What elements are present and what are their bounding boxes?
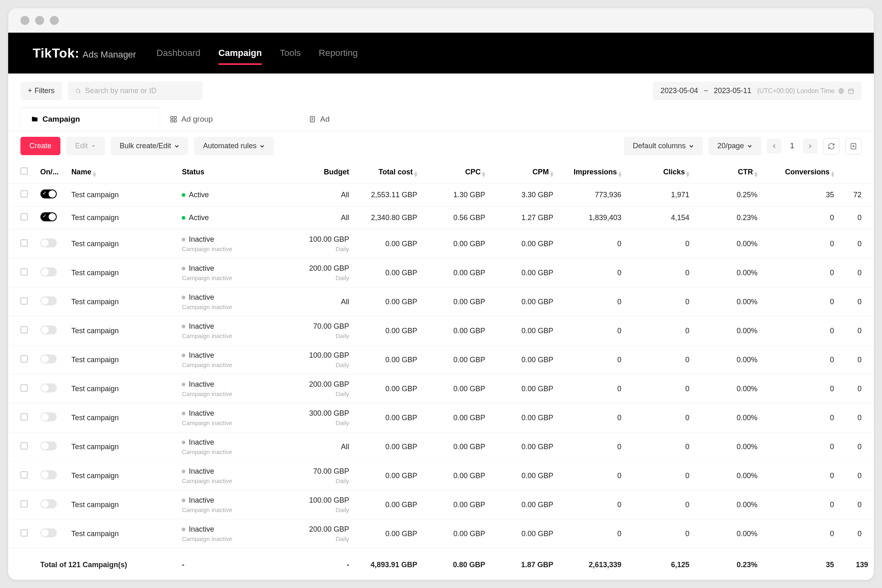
on-off-toggle[interactable] [40,441,57,450]
table-row[interactable]: Test campaignActiveAll2,340.80 GBP0.56 G… [8,207,874,229]
on-off-toggle[interactable] [40,189,57,198]
traffic-light-close-icon[interactable] [20,16,29,25]
conversions: 0 [763,316,840,345]
refresh-button[interactable] [823,138,840,154]
col-onoff[interactable]: On/... [35,161,66,184]
row-checkbox[interactable] [20,471,28,479]
traffic-light-maximize-icon[interactable] [50,16,59,25]
table-row[interactable]: Test campaignInactiveCampaign inactive70… [8,461,874,490]
level-tab-campaign[interactable]: Campaign [20,108,159,131]
export-icon [850,143,857,150]
table-row[interactable]: Test campaignInactiveCampaign inactive20… [8,519,874,548]
date-range-picker[interactable]: 2023-05-04 ~ 2023-05-11 (UTC+00:00) Lond… [653,82,862,100]
table-row[interactable]: Test campaignInactiveCampaign inactiveAl… [8,432,874,461]
export-button[interactable] [845,138,862,154]
col-cpm[interactable]: CPM▴▾ [491,161,559,184]
col-impressions[interactable]: Impressions▴▾ [559,161,627,184]
select-all-checkbox[interactable] [20,167,28,175]
campaign-table-wrap[interactable]: On/... Name▴▾ Status Budget Total cost▴▾… [8,161,874,577]
sort-icon: ▴▾ [755,171,757,177]
col-cpc[interactable]: CPC▴▾ [423,161,491,184]
row-checkbox[interactable] [20,239,28,247]
clicks: 0 [627,345,695,374]
on-off-toggle[interactable] [40,383,57,392]
budget-sub: Daily [336,477,349,484]
status-dot-icon [182,296,185,299]
row-checkbox[interactable] [20,190,28,198]
status-sub: Campaign inactive [182,448,272,455]
nav-item-campaign[interactable]: Campaign [218,43,262,63]
level-tab-ad-group[interactable]: Ad group [159,108,298,131]
row-checkbox[interactable] [20,529,28,537]
edit-button[interactable]: Edit [66,137,105,155]
on-off-toggle[interactable] [40,354,57,363]
last-col: 0 [840,432,874,461]
search-input[interactable] [85,87,195,95]
level-tab-ad[interactable]: Ad [298,108,437,131]
traffic-light-minimize-icon[interactable] [35,16,44,25]
row-checkbox[interactable] [20,213,28,220]
row-checkbox[interactable] [20,268,28,276]
table-row[interactable]: Test campaignInactiveCampaign inactive70… [8,316,874,345]
col-status[interactable]: Status [176,161,278,184]
row-checkbox[interactable] [20,384,28,392]
filters-button[interactable]: + Filters [20,82,62,100]
on-off-toggle[interactable] [40,296,57,305]
table-row[interactable]: Test campaignInactiveCampaign inactive20… [8,374,874,403]
total-cost: 0.00 GBP [355,403,423,432]
total-cost: 2,340.80 GBP [355,207,423,229]
row-checkbox[interactable] [20,413,28,421]
cpm: 0.00 GBP [491,258,559,287]
nav-item-tools[interactable]: Tools [280,43,301,63]
on-off-toggle[interactable] [40,499,57,508]
row-checkbox[interactable] [20,326,28,334]
row-checkbox[interactable] [20,355,28,363]
svg-rect-4 [849,89,853,94]
sort-icon: ▴▾ [414,171,417,177]
table-row[interactable]: Test campaignInactiveCampaign inactive10… [8,490,874,519]
automated-rules-button[interactable]: Automated rules [194,137,274,155]
row-checkbox[interactable] [20,500,28,508]
cpm: 0.00 GBP [491,490,559,519]
col-total-cost[interactable]: Total cost▴▾ [355,161,423,184]
table-row[interactable]: Test campaignInactiveCampaign inactiveAl… [8,287,874,316]
ctr: 0.00% [695,229,763,258]
sort-icon: ▴▾ [550,171,553,177]
on-off-toggle[interactable] [40,325,57,334]
ctr: 0.25% [695,184,763,207]
per-page-selector[interactable]: 20/page [708,137,761,155]
row-checkbox[interactable] [20,442,28,450]
summary-cpc: 0.80 GBP [423,552,491,577]
table-row[interactable]: Test campaignInactiveCampaign inactive10… [8,345,874,374]
prev-page-button[interactable] [767,139,782,154]
nav-item-dashboard[interactable]: Dashboard [156,43,200,63]
create-button[interactable]: Create [20,137,60,155]
on-off-toggle[interactable] [40,238,57,247]
app-window: TikTok: Ads Manager DashboardCampaignToo… [8,33,874,580]
status-sub: Campaign inactive [182,390,272,397]
next-page-button[interactable] [803,139,817,154]
col-clicks[interactable]: Clicks▴▾ [627,161,695,184]
on-off-toggle[interactable] [40,528,57,537]
status-dot-icon [182,383,185,386]
on-off-toggle[interactable] [40,212,57,221]
table-row[interactable]: Test campaignInactiveCampaign inactive20… [8,258,874,287]
col-name[interactable]: Name▴▾ [66,161,176,184]
on-off-toggle[interactable] [40,267,57,276]
col-conversions[interactable]: Conversions▴▾ [763,161,840,184]
budget-value: All [341,298,349,306]
table-row[interactable]: Test campaignInactiveCampaign inactive10… [8,229,874,258]
columns-selector[interactable]: Default columns [624,137,703,155]
table-row[interactable]: Test campaignInactiveCampaign inactive30… [8,403,874,432]
row-checkbox[interactable] [20,297,28,305]
campaign-table: On/... Name▴▾ Status Budget Total cost▴▾… [8,161,874,577]
on-off-toggle[interactable] [40,412,57,421]
table-row[interactable]: Test campaignActiveAll2,553.11 GBP1.30 G… [8,184,874,207]
clicks: 0 [627,432,695,461]
search-box[interactable] [68,82,203,100]
col-ctr[interactable]: CTR▴▾ [695,161,763,184]
on-off-toggle[interactable] [40,470,57,479]
col-budget[interactable]: Budget [278,161,355,184]
nav-item-reporting[interactable]: Reporting [319,43,358,63]
bulk-create-edit-button[interactable]: Bulk create/Edit [111,137,188,155]
